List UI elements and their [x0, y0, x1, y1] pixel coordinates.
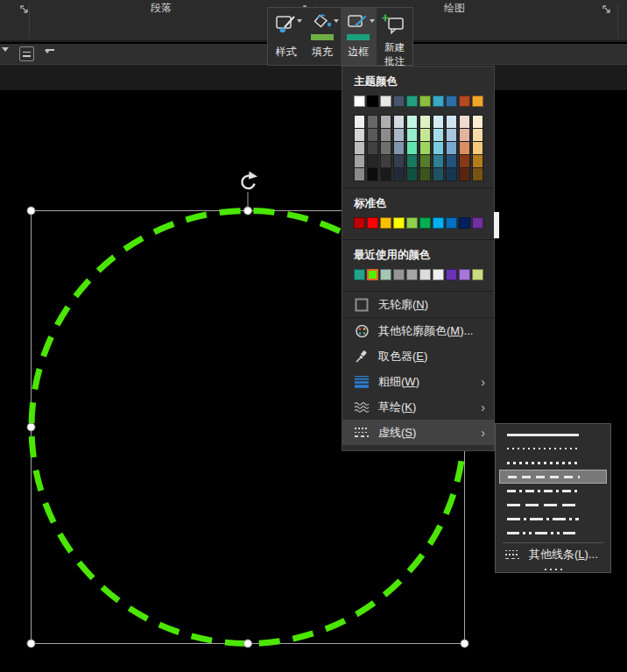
- theme-variant-swatch[interactable]: [407, 129, 417, 142]
- theme-variant-swatch[interactable]: [407, 168, 417, 180]
- standard-color-swatch[interactable]: [367, 217, 378, 229]
- theme-variant-swatch[interactable]: [355, 155, 364, 168]
- recent-color-swatch[interactable]: [433, 269, 444, 280]
- recent-color-swatch[interactable]: [380, 269, 391, 280]
- resize-handle-top-center[interactable]: [244, 207, 252, 215]
- theme-variant-swatch[interactable]: [381, 142, 391, 155]
- dash-style-option-solid[interactable]: [499, 428, 607, 442]
- scrollbar-thumb[interactable]: [494, 212, 499, 238]
- standard-color-swatch[interactable]: [419, 217, 431, 229]
- theme-variant-swatch[interactable]: [433, 155, 443, 168]
- theme-variant-swatch[interactable]: [447, 142, 456, 155]
- theme-variant-swatch[interactable]: [460, 129, 469, 142]
- theme-variant-swatch[interactable]: [460, 142, 469, 155]
- theme-variant-swatch[interactable]: [460, 155, 469, 168]
- theme-color-swatch[interactable]: [393, 95, 405, 107]
- recent-color-swatch[interactable]: [419, 269, 431, 280]
- theme-color-swatch[interactable]: [446, 95, 457, 107]
- theme-color-swatch[interactable]: [367, 95, 378, 107]
- theme-variant-swatch[interactable]: [381, 168, 391, 180]
- menu-item-no-outline[interactable]: 无轮廓N: [342, 292, 494, 317]
- dialog-launcher-icon[interactable]: [602, 3, 612, 13]
- standard-color-swatch[interactable]: [446, 217, 457, 229]
- text-align-box-icon[interactable]: [19, 46, 34, 61]
- theme-color-swatch[interactable]: [472, 95, 483, 107]
- theme-variant-swatch[interactable]: [368, 155, 377, 168]
- theme-variant-swatch[interactable]: [473, 155, 483, 168]
- resize-handle-bottom-center[interactable]: [244, 640, 252, 647]
- theme-variant-swatch[interactable]: [420, 129, 430, 142]
- theme-variant-swatch[interactable]: [433, 142, 443, 155]
- theme-variant-swatch[interactable]: [473, 116, 483, 129]
- menu-item-dashes[interactable]: 虚线S: [342, 420, 494, 445]
- dash-style-option-square-dot[interactable]: [499, 456, 607, 470]
- recent-color-swatch-selected[interactable]: [367, 269, 378, 280]
- outline-button[interactable]: 边框: [341, 8, 377, 65]
- theme-variant-swatch[interactable]: [368, 168, 377, 180]
- recent-color-swatch[interactable]: [446, 269, 457, 280]
- theme-variant-swatch[interactable]: [381, 155, 391, 168]
- menu-item-eyedropper[interactable]: 取色器E: [342, 343, 494, 369]
- theme-variant-swatch[interactable]: [460, 168, 469, 180]
- theme-variant-swatch[interactable]: [447, 116, 456, 129]
- theme-color-swatch[interactable]: [406, 95, 418, 107]
- theme-color-swatch[interactable]: [419, 95, 431, 107]
- theme-variant-swatch[interactable]: [368, 129, 377, 142]
- theme-variant-swatch[interactable]: [381, 129, 391, 142]
- recent-color-swatch[interactable]: [406, 269, 418, 280]
- menu-item-sketch[interactable]: 草绘K: [342, 394, 494, 420]
- theme-variant-swatch[interactable]: [433, 168, 443, 180]
- theme-variant-swatch[interactable]: [420, 142, 430, 155]
- theme-color-swatch[interactable]: [459, 95, 470, 107]
- theme-variant-swatch[interactable]: [355, 142, 364, 155]
- theme-color-swatch[interactable]: [433, 95, 444, 107]
- theme-variant-swatch[interactable]: [394, 129, 404, 142]
- theme-variant-swatch[interactable]: [381, 116, 391, 129]
- recent-color-swatch[interactable]: [459, 269, 470, 280]
- new-comment-button[interactable]: 新建 批注: [377, 8, 412, 65]
- theme-variant-swatch[interactable]: [407, 142, 417, 155]
- dash-style-option-dash-dot[interactable]: [499, 484, 607, 498]
- resize-handle-middle-left[interactable]: [27, 423, 35, 431]
- theme-variant-swatch[interactable]: [407, 116, 417, 129]
- theme-color-swatch[interactable]: [380, 95, 391, 107]
- theme-variant-swatch[interactable]: [433, 129, 443, 142]
- theme-variant-swatch[interactable]: [460, 116, 469, 129]
- recent-color-swatch[interactable]: [354, 269, 365, 280]
- theme-variant-swatch[interactable]: [420, 116, 430, 129]
- resize-handle-bottom-right[interactable]: [461, 640, 468, 647]
- theme-variant-swatch[interactable]: [355, 129, 364, 142]
- standard-color-swatch[interactable]: [459, 217, 470, 229]
- rotate-handle[interactable]: [242, 172, 257, 189]
- theme-variant-swatch[interactable]: [355, 168, 364, 180]
- menu-item-weight[interactable]: 粗细W: [342, 369, 494, 394]
- more-lines-item[interactable]: 其他线条L...: [496, 543, 610, 566]
- standard-color-swatch[interactable]: [393, 217, 405, 229]
- theme-variant-swatch[interactable]: [447, 155, 456, 168]
- theme-variant-swatch[interactable]: [473, 129, 483, 142]
- theme-variant-swatch[interactable]: [420, 155, 430, 168]
- theme-variant-swatch[interactable]: [447, 168, 456, 180]
- theme-variant-swatch[interactable]: [394, 168, 404, 180]
- theme-variant-swatch[interactable]: [394, 155, 404, 168]
- dash-style-option-long-dash-dot-dot[interactable]: [499, 526, 607, 540]
- resize-handle-top-left[interactable]: [27, 207, 35, 215]
- dash-style-option-long-dash[interactable]: [499, 498, 607, 512]
- theme-variant-swatch[interactable]: [355, 116, 364, 129]
- theme-variant-swatch[interactable]: [447, 129, 456, 142]
- standard-color-swatch[interactable]: [433, 217, 444, 229]
- menu-item-more-outline-colors[interactable]: 其他轮廓颜色M...: [342, 318, 494, 343]
- recent-color-swatch[interactable]: [472, 269, 483, 280]
- theme-variant-swatch[interactable]: [473, 168, 483, 180]
- standard-color-swatch[interactable]: [472, 217, 483, 229]
- theme-color-swatch[interactable]: [354, 95, 365, 107]
- theme-variant-swatch[interactable]: [394, 116, 404, 129]
- theme-variant-swatch[interactable]: [394, 142, 404, 155]
- standard-color-swatch[interactable]: [354, 217, 365, 229]
- standard-color-swatch[interactable]: [380, 217, 391, 229]
- style-button[interactable]: 样式: [268, 8, 304, 65]
- resize-handle-bottom-left[interactable]: [27, 640, 35, 647]
- theme-variant-swatch[interactable]: [473, 142, 483, 155]
- recent-color-swatch[interactable]: [393, 269, 405, 280]
- theme-variant-swatch[interactable]: [368, 142, 377, 155]
